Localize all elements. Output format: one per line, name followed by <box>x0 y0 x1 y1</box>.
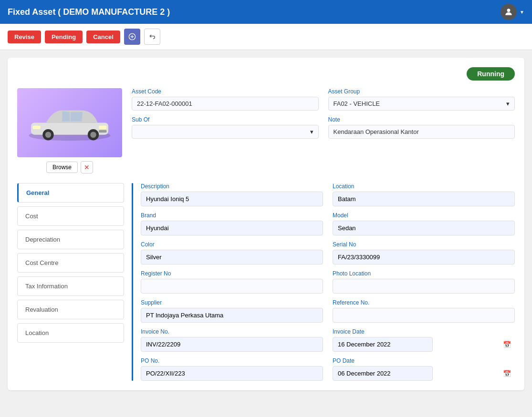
revise-button[interactable]: Revise <box>8 31 41 43</box>
location-label: Location <box>333 183 515 190</box>
po-date-label: PO Date <box>333 357 515 364</box>
asset-code-input[interactable] <box>132 97 319 111</box>
asset-code-group: Asset Code <box>132 88 319 111</box>
supplier-input[interactable] <box>141 308 323 323</box>
serial-no-label: Serial No <box>333 241 515 248</box>
asset-top-form: Asset Code Asset Group FA02 - VEHICLE ▾ … <box>132 88 515 173</box>
back-button[interactable] <box>144 29 160 45</box>
invoice-date-group: Invoice Date 📅 <box>333 328 515 352</box>
body-section: General Cost Depreciation Cost Centre Ta… <box>17 183 515 381</box>
calendar-icon: 📅 <box>503 341 511 348</box>
browse-button[interactable]: Browse <box>46 162 78 173</box>
sidebar-item-cost-centre[interactable]: Cost Centre <box>17 253 124 273</box>
invoice-date-wrapper: 📅 <box>333 337 515 352</box>
brand-label: Brand <box>141 212 323 219</box>
tab-divider <box>132 183 133 381</box>
status-badge: Running <box>467 67 515 81</box>
asset-group-select[interactable]: FA02 - VEHICLE ▾ <box>328 97 515 111</box>
register-no-label: Register No <box>141 270 323 277</box>
brand-group: Brand <box>141 212 323 235</box>
svg-point-0 <box>507 9 511 12</box>
po-date-input[interactable] <box>333 366 433 381</box>
sidebar-item-revaluation[interactable]: Revaluation <box>17 300 124 319</box>
chevron-down-icon: ▾ <box>310 128 313 135</box>
asset-card: Running <box>8 58 524 390</box>
sidebar-item-cost[interactable]: Cost <box>17 206 124 226</box>
color-input[interactable] <box>141 250 323 264</box>
pending-button[interactable]: Pending <box>45 31 83 43</box>
app-header: Fixed Asset ( DEMO MANUFACTURE 2 ) ▼ <box>0 0 532 24</box>
location-input[interactable] <box>333 192 515 206</box>
sidebar-item-tax-information[interactable]: Tax Information <box>17 276 124 296</box>
sidebar-item-location[interactable]: Location <box>17 323 124 343</box>
asset-image <box>17 88 122 157</box>
asset-group-group: Asset Group FA02 - VEHICLE ▾ <box>328 88 515 111</box>
model-group: Model <box>333 212 515 235</box>
top-section: Browse ✕ Asset Code Asset Group FA02 - V… <box>17 88 515 173</box>
svg-rect-7 <box>33 126 41 129</box>
color-label: Color <box>141 241 323 248</box>
sidebar-item-depreciation[interactable]: Depreciation <box>17 230 124 249</box>
add-button[interactable] <box>124 29 140 45</box>
reference-no-group: Reference No. <box>333 299 515 323</box>
register-no-input[interactable] <box>141 279 323 294</box>
chevron-down-icon: ▾ <box>506 100 510 107</box>
main-content: Running <box>0 50 532 398</box>
photo-location-group: Photo Location <box>333 270 515 294</box>
sub-of-select[interactable]: ▾ <box>132 125 319 139</box>
description-label: Description <box>141 183 323 190</box>
svg-rect-12 <box>99 130 106 132</box>
remove-image-button[interactable]: ✕ <box>81 161 93 173</box>
svg-point-9 <box>45 132 52 138</box>
sub-of-label: Sub Of <box>132 116 319 123</box>
description-input[interactable] <box>141 192 323 206</box>
cancel-button[interactable]: Cancel <box>86 31 120 43</box>
sidebar-tabs: General Cost Depreciation Cost Centre Ta… <box>17 183 132 381</box>
invoice-date-input[interactable] <box>333 337 433 352</box>
supplier-label: Supplier <box>141 299 323 306</box>
reference-no-label: Reference No. <box>333 299 515 306</box>
register-no-group: Register No <box>141 270 323 294</box>
avatar <box>501 4 517 20</box>
invoice-no-input[interactable] <box>141 337 323 352</box>
description-group: Description <box>141 183 323 206</box>
svg-rect-6 <box>99 126 106 129</box>
location-group: Location <box>333 183 515 206</box>
model-input[interactable] <box>333 221 515 235</box>
reference-no-input[interactable] <box>333 308 515 323</box>
po-date-wrapper: 📅 <box>333 366 515 381</box>
asset-group-label: Asset Group <box>328 88 515 95</box>
calendar-icon: 📅 <box>503 370 511 377</box>
svg-point-11 <box>90 132 96 138</box>
brand-input[interactable] <box>141 221 323 235</box>
color-group: Color <box>141 241 323 264</box>
po-no-label: PO No. <box>141 357 323 364</box>
toolbar: Revise Pending Cancel <box>0 24 532 50</box>
model-label: Model <box>333 212 515 219</box>
page-title: Fixed Asset ( DEMO MANUFACTURE 2 ) <box>8 7 170 17</box>
note-input[interactable] <box>328 125 515 139</box>
chevron-down-icon: ▼ <box>520 10 524 15</box>
invoice-no-group: Invoice No. <box>141 328 323 352</box>
serial-no-input[interactable] <box>333 250 515 264</box>
po-no-group: PO No. <box>141 357 323 381</box>
asset-group-value: FA02 - VEHICLE <box>334 100 380 107</box>
sub-of-group: Sub Of ▾ <box>132 116 319 139</box>
invoice-date-label: Invoice Date <box>333 328 515 335</box>
serial-no-group: Serial No <box>333 241 515 264</box>
asset-image-section: Browse ✕ <box>17 88 122 173</box>
photo-location-label: Photo Location <box>333 270 515 277</box>
browse-section: Browse ✕ <box>46 161 93 173</box>
user-menu[interactable]: ▼ <box>501 4 524 20</box>
asset-code-label: Asset Code <box>132 88 319 95</box>
po-date-group: PO Date 📅 <box>333 357 515 381</box>
sidebar-item-general[interactable]: General <box>17 183 124 203</box>
supplier-group: Supplier <box>141 299 323 323</box>
note-label: Note <box>328 116 515 123</box>
general-fields: Description Location Brand Model <box>141 183 515 381</box>
note-group: Note <box>328 116 515 139</box>
photo-location-input[interactable] <box>333 279 515 294</box>
invoice-no-label: Invoice No. <box>141 328 323 335</box>
po-no-input[interactable] <box>141 366 323 381</box>
